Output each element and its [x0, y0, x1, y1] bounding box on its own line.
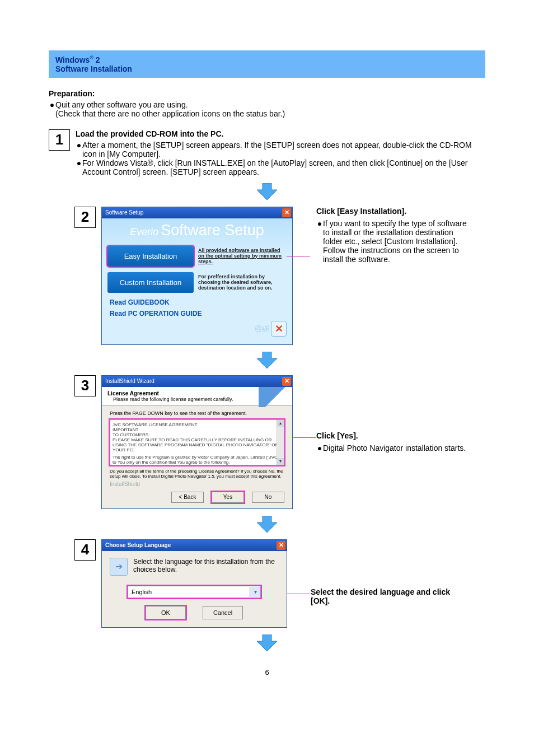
read-pc-guide-link[interactable]: Read PC OPERATION GUIDE — [110, 310, 287, 318]
license-sub: Please read the following license agreem… — [113, 396, 233, 402]
step4-side-title: Select the desired language and click [O… — [311, 587, 462, 605]
step-2: 2 Software Setup ✕ Everio Software Setup… — [74, 207, 485, 345]
step-number: 1 — [49, 129, 70, 151]
down-arrow-icon — [253, 352, 281, 368]
window-title: Choose Setup Language — [103, 542, 171, 548]
back-button[interactable]: < Back — [171, 492, 204, 503]
scroll-up-icon[interactable]: ▴ — [277, 420, 284, 427]
header-reg: ® — [90, 55, 93, 60]
svg-marker-0 — [257, 183, 277, 200]
window-title: Software Setup — [103, 209, 143, 216]
preparation-block: Preparation: ● Quit any other software y… — [49, 89, 485, 118]
lang-message: Select the language for this installatio… — [133, 558, 279, 573]
down-arrow-icon — [253, 183, 281, 200]
step-4: 4 Choose Setup Language ✕ ➔ Select the l… — [74, 539, 485, 628]
step-number: 3 — [74, 375, 96, 396]
easy-installation-button[interactable]: Easy Installation — [107, 246, 194, 267]
ok-button[interactable]: OK — [146, 606, 186, 619]
globe-icon: ➔ — [110, 558, 128, 576]
pagedown-instr: Press the PAGE DOWN key to see the rest … — [110, 410, 284, 416]
quit-label: Quit — [255, 324, 269, 333]
scrollbar[interactable]: ▴ ▾ — [277, 420, 284, 465]
page-number: 6 — [49, 668, 485, 676]
close-icon[interactable]: ✕ — [277, 541, 285, 550]
step-number: 4 — [74, 539, 96, 561]
accept-text: Do you accept all the terms of the prece… — [110, 469, 284, 479]
down-arrow-icon — [253, 634, 281, 651]
callout-line — [287, 594, 310, 595]
step3-instructions: Click [Yes]. ● Digital Photo Navigator i… — [316, 431, 467, 452]
read-guidebook-link[interactable]: Read GUIDEBOOK — [110, 298, 287, 306]
easy-desc: All provided software are installed on t… — [198, 248, 287, 264]
close-icon[interactable]: ✕ — [282, 377, 291, 386]
step-number: 2 — [74, 207, 96, 228]
step1-b2: For Windows Vista®, click [Run INSTALL.E… — [82, 158, 485, 176]
header-line1-post: 2 — [93, 55, 100, 64]
section-header: Windows® 2 Software Installation — [49, 50, 485, 78]
callout-line — [292, 437, 316, 438]
prep-b1: Quit any other software you are using. — [55, 100, 485, 109]
header-graphic — [259, 387, 292, 407]
language-window: Choose Setup Language ✕ ➔ Select the lan… — [101, 539, 287, 628]
setup-window: Software Setup ✕ Everio Software Setup E… — [101, 207, 293, 345]
no-button[interactable]: No — [252, 492, 284, 503]
callout-line — [287, 256, 310, 257]
header-line2: Software Installation — [55, 64, 479, 73]
installshield-brand: InstallShield — [110, 481, 284, 487]
step-1: 1 Load the provided CD-ROM into the PC. … — [49, 129, 485, 176]
selected-language: English — [132, 589, 152, 595]
step3-side-title: Click [Yes]. — [316, 431, 467, 440]
window-title: InstallShield Wizard — [103, 378, 154, 384]
license-title: License Agreement — [107, 390, 233, 396]
quit-button[interactable]: ✕ — [271, 321, 287, 337]
language-select[interactable]: English ▾ — [128, 586, 261, 598]
step2-instructions: Click [Easy Installation]. ● If you want… — [316, 207, 467, 264]
step4-instructions: Select the desired language and click [O… — [311, 587, 462, 609]
header-line1-pre: Windows — [55, 55, 90, 64]
step1-b1: After a moment, the [SETUP] screen appea… — [82, 141, 485, 158]
step2-side-title: Click [Easy Installation]. — [316, 207, 467, 216]
step1-heading: Load the provided CD-ROM into the PC. — [76, 129, 485, 138]
prep-title: Preparation: — [49, 89, 485, 98]
app-title: Everio Software Setup — [107, 222, 287, 239]
cancel-button[interactable]: Cancel — [203, 606, 243, 619]
scroll-down-icon[interactable]: ▾ — [277, 458, 284, 465]
installshield-window: InstallShield Wizard ✕ License Agreement… — [101, 375, 293, 509]
down-arrow-icon — [253, 516, 281, 533]
svg-marker-1 — [257, 352, 277, 368]
yes-button[interactable]: Yes — [212, 492, 244, 503]
svg-marker-2 — [257, 516, 277, 533]
license-textarea[interactable]: JVC SOFTWARE LICENSE AGREEMENT IMPORTANT… — [110, 419, 284, 465]
close-icon[interactable]: ✕ — [282, 208, 291, 217]
prep-b1-sub: (Check that there are no other applicati… — [55, 109, 485, 118]
custom-desc: For preffered installation by choosing t… — [198, 274, 287, 291]
svg-marker-3 — [257, 634, 277, 651]
chevron-down-icon[interactable]: ▾ — [250, 587, 260, 597]
bullet-dot: ● — [49, 100, 55, 118]
custom-installation-button[interactable]: Custom Installation — [107, 272, 194, 293]
step-3: 3 InstallShield Wizard ✕ License Agreeme… — [74, 375, 485, 509]
